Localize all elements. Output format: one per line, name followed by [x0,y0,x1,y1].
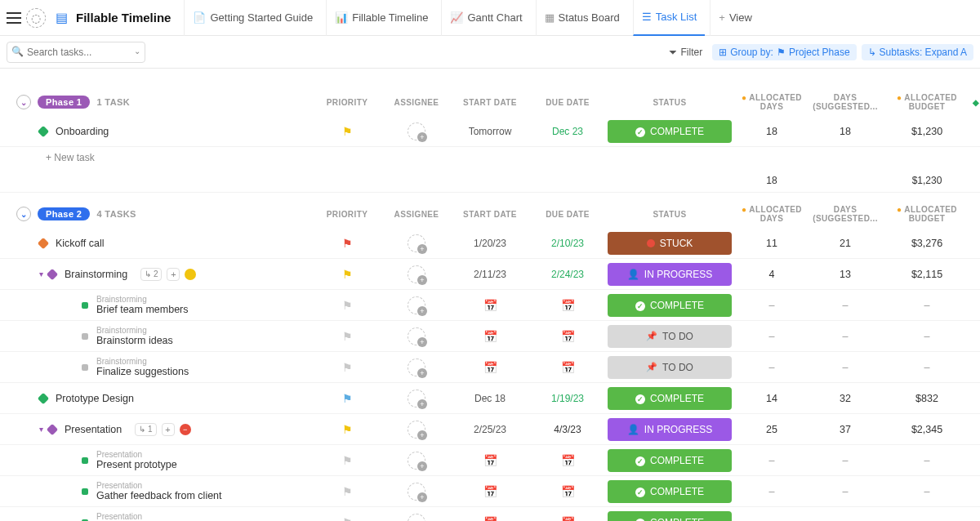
chevron-down-icon[interactable]: ⌄ [134,47,140,56]
sum-actual-cost: $934 [972,175,980,186]
start-date-empty[interactable]: 📅 [449,485,531,498]
subtasks-chip[interactable]: ↳ Subtasks: Expand A [862,44,973,60]
status-badge[interactable]: 👤IN PROGRESS [608,418,732,441]
due-date-empty[interactable]: 📅 [531,516,604,522]
phase-badge[interactable]: Phase 2 [38,207,90,220]
subtask-row[interactable]: PresentationPresent prototype ⚑ 📅 📅 COMP… [0,445,980,476]
status-badge[interactable]: 📌TO DO [608,325,732,348]
task-name: Present prototype [96,459,177,470]
start-date-empty[interactable]: 📅 [449,516,531,522]
task-row[interactable]: Prototype Design ⚑ Dec 18 1/19/23 COMPLE… [0,383,980,414]
tab-task-list[interactable]: ☰ Task List [633,0,706,36]
tab-getting-started[interactable]: 📄 Getting Started Guide [184,0,321,36]
status-badge[interactable]: COMPLETE [608,294,732,317]
phase-badge[interactable]: Phase 1 [38,96,90,109]
filter-button[interactable]: ⏷ Filter [663,43,708,61]
priority-flag[interactable]: ⚑ [310,485,384,498]
status-text: COMPLETE [650,517,704,522]
assignee-avatar[interactable] [408,265,425,283]
due-date[interactable]: Dec 23 [531,126,604,137]
status-badge[interactable]: COMPLETE [608,387,732,410]
due-date-empty[interactable]: 📅 [531,454,604,467]
priority-flag[interactable]: ⚑ [310,361,384,374]
priority-flag[interactable]: ⚑ [310,423,384,436]
priority-flag[interactable]: ⚑ [310,237,384,250]
tab-status-board[interactable]: ▦ Status Board [536,0,628,36]
start-date[interactable]: 2/25/23 [449,424,531,435]
tab-add-view[interactable]: + View [710,0,760,36]
task-row[interactable]: Kickoff call ⚑ 1/20/23 2/10/23 STUCK 11 … [0,228,980,259]
assignee-avatar[interactable] [408,483,425,501]
collapse-toggle[interactable]: ⌄ [16,95,31,109]
assignee-avatar[interactable] [408,421,425,439]
status-badge[interactable]: COMPLETE [608,511,732,522]
col-priority: PRIORITY [310,98,384,107]
priority-flag[interactable]: ⚑ [310,454,384,467]
due-date-empty[interactable]: 📅 [531,361,604,374]
task-name: Presentation [65,424,122,435]
collapse-toggle[interactable]: ⌄ [16,207,31,221]
assignee-avatar[interactable] [408,122,425,140]
assignee-avatar[interactable] [408,358,425,376]
cell-value: – [735,455,808,466]
tab-gantt-chart[interactable]: 📈 Gantt Chart [441,0,530,36]
tab-fillable-timeline[interactable]: 📊 Fillable Timeline [326,0,436,36]
subtask-row[interactable]: BrainstormingBrainstorm ideas ⚑ 📅 📅 📌TO … [0,321,980,352]
status-badge[interactable]: COMPLETE [608,449,732,472]
status-badge[interactable]: COMPLETE [608,480,732,503]
assignee-avatar[interactable] [408,514,425,522]
subtask-count-chip[interactable]: ↳ 2 [140,268,162,281]
subtask-count-chip[interactable]: ↳ 1 [135,423,156,436]
start-date[interactable]: 1/20/23 [449,238,531,249]
groupby-value: Project Phase [789,47,850,58]
assignee-avatar[interactable] [408,452,425,470]
due-date-empty[interactable]: 📅 [531,485,604,498]
subtask-row[interactable]: BrainstormingBrief team members ⚑ 📅 📅 CO… [0,290,980,321]
start-date-empty[interactable]: 📅 [449,361,531,374]
priority-flag[interactable]: ⚑ [310,516,384,522]
assignee-avatar[interactable] [408,390,425,407]
status-badge[interactable]: STUCK [608,232,732,255]
task-row[interactable]: Onboarding ⚑ Tomorrow Dec 23 COMPLETE 18… [0,116,980,147]
subtask-row[interactable]: PresentationGather feedback from client … [0,476,980,507]
status-badge[interactable]: COMPLETE [608,120,732,143]
due-date[interactable]: 2/24/23 [531,269,604,280]
task-row[interactable]: ▾ Presentation↳ 1+− ⚑ 2/25/23 4/3/23 👤IN… [0,414,980,445]
due-date-empty[interactable]: 📅 [531,299,604,312]
assignee-avatar[interactable] [408,234,425,252]
priority-flag[interactable]: ⚑ [310,392,384,405]
priority-flag[interactable]: ⚑ [310,299,384,312]
subtask-row[interactable]: BrainstormingFinalize suggestions ⚑ 📅 📅 … [0,352,980,383]
groupby-chip[interactable]: ⊞ Group by: ⚑ Project Phase [712,44,856,60]
dot-icon: ◆ [973,98,979,107]
due-date[interactable]: 1/19/23 [531,393,604,404]
due-date-empty[interactable]: 📅 [531,330,604,343]
priority-flag[interactable]: ⚑ [310,330,384,343]
assignee-avatar[interactable] [408,327,425,345]
new-task-button[interactable]: + New task [0,147,980,168]
subtask-row[interactable]: PresentationFinalize prototype based on … [0,507,980,521]
status-badge[interactable]: 📌TO DO [608,356,732,379]
doc-icon: 📄 [193,11,206,24]
add-subtask-button[interactable]: + [162,423,175,436]
menu-icon[interactable] [7,12,21,24]
expand-icon[interactable]: ▾ [39,269,43,278]
status-badge[interactable]: 👤IN PROGRESS [608,263,732,286]
priority-flag[interactable]: ⚑ [310,125,384,138]
start-date[interactable]: 2/11/23 [449,269,531,280]
start-date-empty[interactable]: 📅 [449,330,531,343]
due-date[interactable]: 4/3/23 [531,424,604,435]
expand-icon[interactable]: ▾ [39,425,43,434]
start-date-empty[interactable]: 📅 [449,299,531,312]
due-date[interactable]: 2/10/23 [531,238,604,249]
priority-flag[interactable]: ⚑ [310,268,384,281]
search-input[interactable] [7,42,145,63]
start-date[interactable]: Tomorrow [449,126,531,137]
start-date[interactable]: Dec 18 [449,393,531,404]
start-date-empty[interactable]: 📅 [449,454,531,467]
search-wrap: 🔍 ⌄ [7,42,145,63]
cell-value: 18 [735,126,808,137]
assignee-avatar[interactable] [408,296,425,314]
task-row[interactable]: ▾ Brainstorming↳ 2+ ⚑ 2/11/23 2/24/23 👤I… [0,259,980,290]
add-subtask-button[interactable]: + [167,268,180,281]
